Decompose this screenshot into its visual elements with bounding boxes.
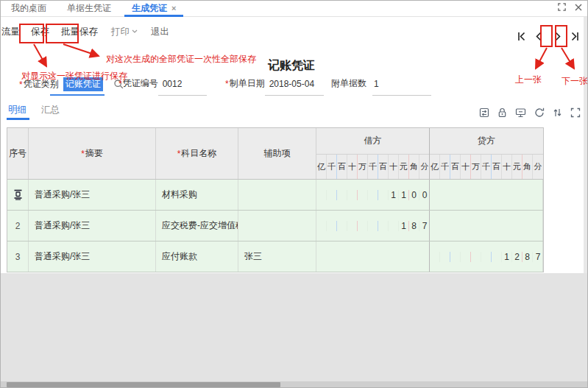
summary-cell[interactable]: 普通采购/张三 bbox=[29, 241, 156, 272]
amount-digit-cell[interactable] bbox=[368, 190, 378, 200]
amount-digit-cell[interactable]: 2 bbox=[512, 252, 523, 262]
aux-cell[interactable] bbox=[238, 211, 316, 241]
chevron-down-icon bbox=[132, 29, 138, 34]
tab-bar: 我的桌面 单据生凭证 生成凭证× bbox=[1, 1, 587, 17]
horizontal-scrollbar[interactable] bbox=[1, 381, 587, 388]
first-voucher-button[interactable] bbox=[517, 30, 526, 43]
voucher-grid: 序号 *摘要 *科目名称 辅助项 借方 亿千百十万千百十元角分 贷方 亿千百十万… bbox=[7, 127, 544, 272]
digit-col-header: 角 bbox=[409, 155, 419, 179]
flow-button-partial[interactable]: 流量 bbox=[1, 26, 24, 38]
amount-digit-cell[interactable]: 1 bbox=[502, 252, 512, 262]
amount-digit-cell[interactable] bbox=[316, 221, 327, 231]
next-note: 下一张 bbox=[562, 75, 588, 88]
account-cell[interactable]: 应付账款 bbox=[156, 241, 238, 272]
amount-digit-cell[interactable] bbox=[327, 190, 337, 200]
summary-cell[interactable]: 普通采购/张三 bbox=[29, 180, 156, 210]
tab-generate-voucher-label: 生成凭证 bbox=[132, 3, 167, 13]
amount-digit-cell[interactable]: 0 bbox=[419, 190, 430, 200]
tab-summary[interactable]: 汇总 bbox=[41, 104, 60, 116]
print-button[interactable]: 打印 bbox=[111, 26, 138, 38]
exit-button[interactable]: 退出 bbox=[151, 26, 169, 38]
voucher-number-input[interactable]: 0012 bbox=[163, 79, 183, 89]
voucher-transfer-icon[interactable] bbox=[478, 107, 490, 119]
sort-icon[interactable] bbox=[552, 107, 563, 119]
amount-digit-cell[interactable] bbox=[316, 190, 327, 200]
amount-digit-cell[interactable] bbox=[430, 252, 440, 262]
next-voucher-button[interactable] bbox=[553, 30, 563, 43]
lock-icon[interactable] bbox=[497, 107, 508, 119]
app-window: 我的桌面 单据生凭证 生成凭证× 流量 保存 批量保存 打印 退出 bbox=[0, 0, 588, 388]
amount-digit-cell[interactable] bbox=[358, 190, 368, 200]
amount-digit-cell[interactable] bbox=[492, 252, 502, 262]
amount-digit-cell[interactable] bbox=[337, 190, 347, 200]
tab-doc-to-voucher[interactable]: 单据生凭证 bbox=[57, 1, 121, 17]
last-voucher-button[interactable] bbox=[570, 30, 580, 43]
grid-header-row: 序号 *摘要 *科目名称 辅助项 借方 亿千百十万千百十元角分 贷方 亿千百十万… bbox=[7, 128, 543, 180]
amount-digit-cell[interactable] bbox=[378, 190, 389, 200]
expand-icon[interactable] bbox=[570, 107, 581, 119]
digit-col-header: 千 bbox=[327, 155, 337, 179]
close-icon[interactable] bbox=[574, 3, 583, 12]
display-icon[interactable] bbox=[514, 107, 527, 119]
digit-col-header: 百 bbox=[492, 155, 502, 179]
amount-digit-cell[interactable] bbox=[347, 190, 358, 200]
voucher-row: 2 普通采购/张三 应交税费-应交增值税... 187 bbox=[7, 211, 543, 241]
attach-count-input[interactable]: 1 bbox=[374, 79, 379, 89]
tab-my-desktop[interactable]: 我的桌面 bbox=[1, 1, 57, 17]
amount-digit-cell[interactable] bbox=[347, 221, 358, 231]
account-cell[interactable]: 材料采购 bbox=[156, 180, 238, 210]
voucher-row: 普通采购/张三 材料采购 1100 bbox=[7, 180, 543, 211]
digit-col-header: 亿 bbox=[430, 155, 440, 179]
amount-digit-cell[interactable]: 7 bbox=[419, 221, 430, 231]
digit-col-header: 千 bbox=[440, 155, 450, 179]
amount-digit-cell[interactable]: 8 bbox=[523, 252, 533, 262]
prev-note: 上一张 bbox=[515, 74, 542, 86]
voucher-date-input[interactable]: 2018-05-04 bbox=[269, 79, 314, 89]
digit-col-header: 分 bbox=[533, 155, 543, 179]
content-background bbox=[1, 273, 587, 381]
amount-digit-cell[interactable] bbox=[327, 221, 337, 231]
tab-detail[interactable]: 明细 bbox=[8, 104, 26, 116]
header-credit: 贷方 亿千百十万千百十元角分 bbox=[430, 128, 543, 179]
amount-digit-cell[interactable] bbox=[368, 221, 378, 231]
digit-col-header: 十 bbox=[347, 155, 358, 179]
voucher-number-underline bbox=[158, 95, 207, 96]
summary-cell[interactable]: 普通采购/张三 bbox=[29, 211, 156, 241]
amount-digit-cell[interactable]: 1 bbox=[399, 190, 409, 200]
amount-digit-cell[interactable]: 8 bbox=[409, 221, 419, 231]
aux-cell[interactable]: 张三 bbox=[238, 241, 316, 272]
header-seq: 序号 bbox=[7, 128, 29, 179]
save-button[interactable]: 保存 bbox=[28, 26, 52, 38]
amount-digit-cell[interactable] bbox=[450, 252, 461, 262]
account-cell[interactable]: 应交税费-应交增值税... bbox=[156, 211, 238, 241]
amount-digit-cell[interactable] bbox=[471, 252, 481, 262]
voucher-number-label: 凭证编号 bbox=[123, 77, 158, 90]
amount-digit-cell[interactable] bbox=[378, 221, 389, 231]
amount-digit-cell[interactable]: 1 bbox=[399, 221, 409, 231]
amount-digit-cell[interactable]: 0 bbox=[409, 190, 419, 200]
refresh-icon[interactable] bbox=[534, 107, 545, 119]
scrollbar-thumb[interactable] bbox=[7, 382, 280, 387]
amount-digit-cell[interactable] bbox=[461, 252, 471, 262]
required-mark: * bbox=[225, 79, 229, 89]
amount-digit-cell[interactable] bbox=[337, 221, 347, 231]
row-marker-cell[interactable] bbox=[7, 180, 29, 210]
aux-cell[interactable] bbox=[238, 180, 316, 210]
header-account: *科目名称 bbox=[156, 128, 238, 179]
amount-digit-cell[interactable] bbox=[358, 221, 368, 231]
amount-digit-cell[interactable] bbox=[481, 252, 492, 262]
amount-digit-cell[interactable] bbox=[389, 221, 399, 231]
amount-digit-cell[interactable] bbox=[440, 252, 450, 262]
amount-digit-cell[interactable]: 7 bbox=[533, 252, 543, 262]
maximize-icon[interactable] bbox=[557, 2, 567, 12]
print-label: 打印 bbox=[111, 26, 130, 38]
tab-generate-voucher[interactable]: 生成凭证× bbox=[121, 1, 186, 17]
digit-col-header: 角 bbox=[523, 155, 533, 179]
seq-cell: 3 bbox=[7, 241, 29, 272]
batch-save-button[interactable]: 批量保存 bbox=[58, 26, 101, 38]
header-aux: 辅助项 bbox=[238, 128, 316, 179]
tab-close-icon[interactable]: × bbox=[171, 4, 176, 13]
amount-digit-cell[interactable]: 1 bbox=[389, 190, 399, 200]
prev-voucher-button[interactable] bbox=[534, 30, 543, 43]
voucher-date-label: 制单日期 bbox=[230, 77, 265, 90]
